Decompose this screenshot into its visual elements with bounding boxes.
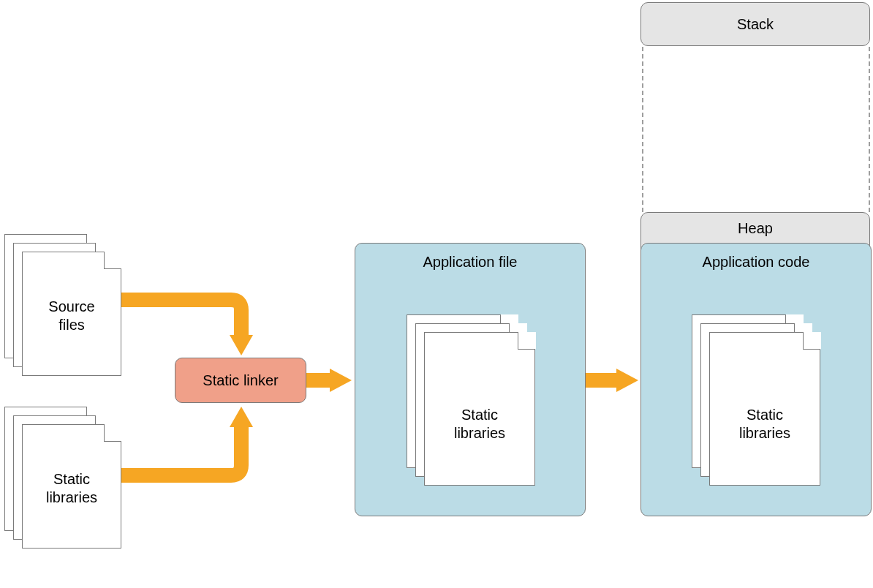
appcode-static-libraries-label: Staticlibraries (710, 406, 820, 442)
appcode-static-libraries-stack: Staticlibraries (692, 314, 820, 486)
application-code-label: Application code (703, 254, 810, 271)
appfile-static-libraries-stack: Staticlibraries (407, 314, 535, 486)
static-libraries-stack: Staticlibraries (4, 407, 121, 549)
static-linker-label: Static linker (203, 372, 278, 389)
arrow-appfile-to-appcode (586, 366, 651, 395)
source-files-label: Sourcefiles (23, 298, 121, 334)
arrow-linker-to-appfile (306, 366, 365, 395)
stack-box: Stack (640, 2, 870, 46)
diagram-stage: Stack Heap Application code Staticlibrar… (0, 0, 873, 588)
arrow-source-to-linker (121, 293, 268, 373)
stack-label: Stack (737, 16, 774, 33)
svg-marker-1 (230, 407, 253, 427)
appfile-static-libraries-label: Staticlibraries (425, 406, 534, 442)
arrow-libs-to-linker (121, 402, 268, 497)
svg-marker-0 (230, 335, 253, 355)
dashed-guide-left (642, 47, 643, 212)
static-libraries-label: Staticlibraries (23, 470, 121, 507)
heap-label: Heap (738, 220, 773, 237)
dashed-guide-right (869, 47, 870, 212)
source-files-stack: Sourcefiles (4, 234, 121, 376)
application-file-label: Application file (423, 254, 518, 271)
svg-marker-2 (330, 369, 352, 392)
svg-marker-3 (616, 369, 638, 392)
